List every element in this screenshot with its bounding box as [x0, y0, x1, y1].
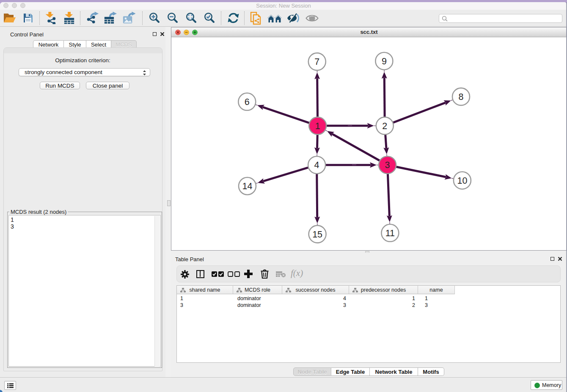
svg-text:15: 15	[312, 229, 322, 240]
svg-text:1: 1	[315, 121, 320, 131]
svg-text:11: 11	[385, 228, 395, 238]
svg-text:6: 6	[245, 97, 250, 107]
svg-text:14: 14	[242, 181, 253, 191]
svg-text:7: 7	[314, 57, 319, 67]
svg-text:8: 8	[459, 92, 464, 102]
svg-text:3: 3	[385, 160, 390, 170]
svg-text:2: 2	[382, 121, 387, 131]
svg-text:4: 4	[314, 160, 319, 170]
svg-text:9: 9	[382, 56, 387, 66]
svg-text:10: 10	[457, 176, 467, 186]
